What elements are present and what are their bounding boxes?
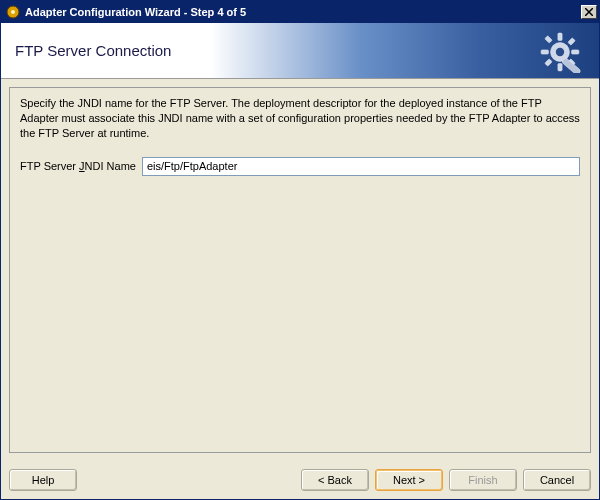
next-button[interactable]: Next >: [375, 469, 443, 491]
jndi-name-input[interactable]: [142, 157, 580, 176]
titlebar: Adapter Configuration Wizard - Step 4 of…: [1, 1, 599, 23]
svg-rect-9: [545, 36, 552, 43]
help-button[interactable]: Help: [9, 469, 77, 491]
back-button[interactable]: < Back: [301, 469, 369, 491]
description-text: Specify the JNDI name for the FTP Server…: [20, 96, 580, 141]
jndi-label: FTP Server JNDI Name: [20, 160, 136, 172]
cancel-button[interactable]: Cancel: [523, 469, 591, 491]
svg-rect-7: [541, 50, 548, 54]
svg-point-1: [11, 10, 15, 14]
svg-point-13: [556, 48, 564, 56]
svg-rect-11: [568, 38, 575, 45]
description-panel: Specify the JNDI name for the FTP Server…: [9, 87, 591, 453]
svg-rect-12: [545, 59, 552, 66]
app-icon: [5, 4, 21, 20]
page-title: FTP Server Connection: [1, 42, 171, 59]
wizard-window: Adapter Configuration Wizard - Step 4 of…: [0, 0, 600, 500]
gear-icon: [539, 31, 581, 75]
svg-rect-5: [558, 33, 562, 40]
svg-rect-6: [558, 64, 562, 71]
button-bar: Help < Back Next > Finish Cancel: [1, 461, 599, 499]
content-area: Specify the JNDI name for the FTP Server…: [1, 79, 599, 461]
close-button[interactable]: [581, 5, 597, 19]
banner: FTP Server Connection: [1, 23, 599, 79]
finish-button: Finish: [449, 469, 517, 491]
svg-rect-8: [572, 50, 579, 54]
jndi-field-row: FTP Server JNDI Name: [20, 157, 580, 176]
window-title: Adapter Configuration Wizard - Step 4 of…: [25, 6, 581, 18]
